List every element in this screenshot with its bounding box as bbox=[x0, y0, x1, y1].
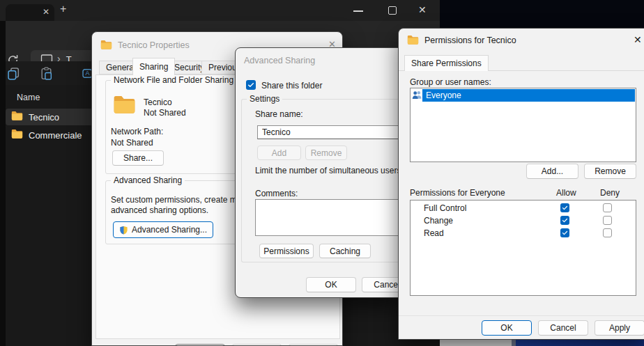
share-name-label: Share name: bbox=[255, 109, 303, 119]
permission-row-label: Change bbox=[424, 216, 453, 226]
add-button[interactable]: Add bbox=[257, 146, 301, 160]
new-tab-button[interactable]: + bbox=[60, 3, 66, 15]
explorer-active-tab[interactable]: ✕ bbox=[6, 4, 54, 21]
share-button[interactable]: Share... bbox=[112, 150, 164, 166]
list-item-label: Everyone bbox=[426, 91, 461, 100]
ok-button[interactable]: OK bbox=[482, 320, 532, 336]
network-path-value: Not Shared bbox=[111, 138, 153, 148]
uac-shield-icon bbox=[119, 226, 128, 235]
allow-read-checkbox[interactable] bbox=[560, 228, 569, 237]
share-this-folder-checkbox[interactable] bbox=[246, 80, 256, 90]
advanced-sharing-button[interactable]: Advanced Sharing... bbox=[113, 221, 213, 238]
permission-row-label: Read bbox=[424, 228, 444, 238]
group-title: Network File and Folder Sharing bbox=[111, 75, 236, 85]
dialog-title: Advanced Sharing bbox=[244, 56, 315, 65]
permission-row-label: Full Control bbox=[424, 203, 466, 213]
advanced-sharing-button-label: Advanced Sharing... bbox=[132, 225, 207, 235]
footer-divider bbox=[399, 315, 644, 316]
shared-folder-name: Tecnico bbox=[144, 97, 172, 107]
group-user-names-label: Group or user names: bbox=[410, 77, 491, 87]
dialog-title: Tecnico Properties bbox=[118, 40, 190, 50]
folder-icon bbox=[407, 35, 419, 47]
add-button[interactable]: Add... bbox=[526, 164, 578, 179]
everyone-group-icon bbox=[412, 90, 422, 102]
comments-label: Comments: bbox=[255, 189, 298, 198]
cancel-button[interactable]: Cancel bbox=[538, 320, 588, 336]
deny-column-header: Deny bbox=[600, 188, 620, 198]
deny-full-control-checkbox[interactable] bbox=[603, 203, 612, 212]
folder-icon-large bbox=[113, 95, 136, 116]
apply-button[interactable]: Apply bbox=[595, 320, 644, 336]
shared-folder-status: Not Shared bbox=[144, 108, 186, 118]
share-name-input[interactable] bbox=[257, 125, 402, 139]
group-title: Settings bbox=[247, 94, 282, 104]
allow-column-header: Allow bbox=[556, 188, 576, 198]
caching-button[interactable]: Caching bbox=[319, 244, 371, 258]
remove-button[interactable]: Remove bbox=[305, 146, 347, 160]
svg-text:A: A bbox=[85, 70, 89, 77]
limit-users-label: Limit the number of simultaneous users t… bbox=[255, 166, 413, 175]
advanced-description-line1: Set custom permissions, create multip bbox=[111, 195, 252, 205]
allow-full-control-checkbox[interactable] bbox=[560, 203, 569, 212]
close-icon[interactable]: ✕ bbox=[634, 34, 642, 45]
file-row-label: Tecnico bbox=[29, 112, 59, 123]
folder-icon bbox=[11, 111, 23, 123]
advanced-sharing-dialog: Advanced Sharing Share this folder Setti… bbox=[235, 47, 402, 298]
group-user-list[interactable]: Everyone bbox=[410, 88, 636, 162]
advanced-description-line2: advanced sharing options. bbox=[111, 205, 208, 215]
maximize-button[interactable] bbox=[388, 6, 397, 15]
permissions-list[interactable] bbox=[410, 200, 636, 296]
deny-read-checkbox[interactable] bbox=[603, 228, 612, 237]
tab-close-icon[interactable]: ✕ bbox=[43, 7, 49, 17]
tab-sharing[interactable]: Sharing bbox=[132, 58, 175, 75]
deny-change-checkbox[interactable] bbox=[603, 216, 612, 225]
column-header-name[interactable]: Name bbox=[17, 93, 40, 102]
minimize-button[interactable] bbox=[353, 10, 363, 12]
permissions-dialog: Permissions for Tecnico ✕ Share Permissi… bbox=[398, 28, 644, 340]
network-path-label: Network Path: bbox=[111, 127, 163, 136]
file-row-label: Commerciale bbox=[29, 130, 82, 141]
allow-change-checkbox[interactable] bbox=[560, 216, 569, 225]
window-close-button[interactable]: ✕ bbox=[418, 4, 427, 15]
settings-group: Settings bbox=[241, 99, 402, 262]
paste-icon[interactable] bbox=[40, 67, 53, 80]
explorer-left-edge bbox=[0, 21, 6, 346]
desktop-fragment-light bbox=[440, 340, 512, 346]
comments-textarea[interactable] bbox=[255, 199, 402, 236]
group-title: Advanced Sharing bbox=[111, 175, 185, 185]
share-this-folder-label: Share this folder bbox=[261, 81, 322, 91]
permissions-for-label: Permissions for Everyone bbox=[410, 188, 505, 198]
explorer-tab-bar: ✕ + ✕ bbox=[0, 0, 440, 21]
remove-button[interactable]: Remove bbox=[584, 164, 636, 179]
desktop-wallpaper-bloom bbox=[516, 340, 644, 346]
list-item-everyone[interactable]: Everyone bbox=[422, 89, 635, 102]
dialog-title: Permissions for Tecnico bbox=[424, 36, 516, 45]
permissions-button[interactable]: Permissions bbox=[259, 244, 314, 258]
ok-button[interactable]: OK bbox=[306, 277, 356, 292]
folder-icon bbox=[100, 40, 112, 52]
copy-icon[interactable] bbox=[7, 67, 20, 80]
folder-icon bbox=[11, 129, 23, 141]
tab-share-permissions[interactable]: Share Permissions bbox=[404, 55, 489, 71]
